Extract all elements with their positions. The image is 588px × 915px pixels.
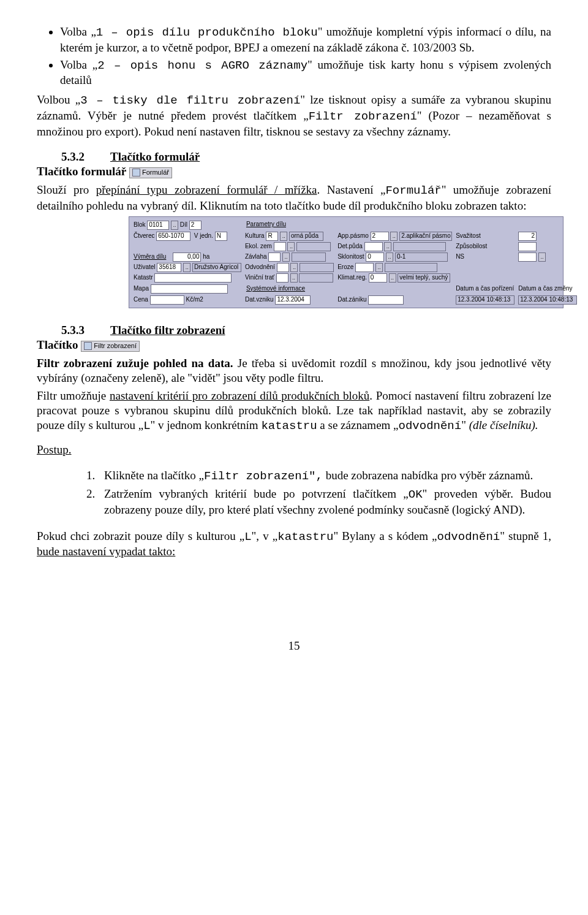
uzivatel-field[interactable]: 35618 bbox=[157, 263, 181, 272]
vymera-field[interactable]: 0,00 bbox=[173, 252, 201, 262]
heading-5-3-2: 5.3.2Tlačítko formulář bbox=[37, 150, 551, 164]
zavlaha-label: Závlaha bbox=[245, 253, 267, 260]
dropdown-icon[interactable]: .. bbox=[390, 232, 398, 241]
ns-label: NS bbox=[456, 253, 464, 260]
dropdown-icon[interactable]: .. bbox=[389, 273, 396, 283]
kultura-label: Kultura bbox=[245, 232, 265, 239]
step-1: Klikněte na tlačítko „Filtr zobrazení", … bbox=[98, 468, 551, 484]
app-field[interactable]: 2 bbox=[371, 232, 389, 241]
dropdown-icon[interactable]: .. bbox=[384, 242, 391, 251]
odvodneni-field[interactable] bbox=[277, 263, 289, 272]
bullet-item-2: Volba „2 – opis honu s AGRO záznamy" umo… bbox=[60, 58, 551, 88]
zavlaha-text bbox=[292, 252, 326, 262]
blok-field[interactable]: 0101 bbox=[147, 221, 169, 230]
postup-label: Postup. bbox=[37, 442, 551, 457]
page-number: 15 bbox=[37, 639, 551, 653]
step-2: Zatržením vybraných kritérií bude po pot… bbox=[98, 487, 551, 517]
datzan-field[interactable] bbox=[368, 295, 404, 305]
kultura-field[interactable]: R bbox=[266, 232, 278, 241]
datvz-label: Dat.vzniku bbox=[245, 297, 274, 303]
ha-label: ha bbox=[203, 253, 209, 260]
bullet-list: Volba „1 – opis dílu produkčního bloku" … bbox=[37, 25, 551, 88]
text: Zatržením vybraných kritérií bude po pot… bbox=[104, 487, 409, 500]
det-text bbox=[393, 242, 446, 251]
dropdown-icon[interactable]: .. bbox=[171, 221, 178, 230]
heading-number: 5.3.3 bbox=[61, 323, 110, 338]
dropdown-icon[interactable]: .. bbox=[386, 252, 393, 262]
paragraph: Filtr umožňuje nastavení kritérií pro zo… bbox=[37, 389, 551, 433]
paragraph: Pokud chci zobrazit pouze díly s kulturo… bbox=[37, 529, 551, 560]
datvz-field[interactable]: 12.3.2004 bbox=[275, 295, 311, 305]
dropdown-icon[interactable]: .. bbox=[538, 252, 546, 262]
cena-label: Cena bbox=[134, 297, 148, 303]
heading-text: Tlačítko filtr zobrazení bbox=[110, 324, 225, 336]
dropdown-icon[interactable]: .. bbox=[282, 252, 290, 262]
det-label: Det.půda bbox=[337, 243, 363, 249]
svaz-field[interactable]: 2 bbox=[518, 232, 537, 241]
sub-label: Tlačítko bbox=[37, 338, 78, 351]
mono-text: katastru bbox=[277, 530, 333, 544]
formular-button[interactable]: Formulář bbox=[129, 167, 172, 178]
datzm-label: Datum a čas změny bbox=[518, 285, 572, 292]
paragraph: Filtr zobrazení zužuje pohled na data. J… bbox=[37, 356, 551, 385]
heading-5-3-3: 5.3.3Tlačítko filtr zobrazení bbox=[37, 323, 551, 338]
det-field[interactable] bbox=[364, 242, 383, 251]
italic-text: (dle číselníku). bbox=[469, 419, 538, 431]
mono-text: L bbox=[244, 530, 251, 544]
dil-field[interactable]: 2 bbox=[189, 221, 202, 230]
section-title-sys: Systémové informace bbox=[246, 285, 452, 293]
mono-text: odvodnění bbox=[399, 419, 462, 433]
ns-field[interactable] bbox=[518, 252, 537, 262]
bullet-item-1: Volba „1 – opis dílu produkčního bloku" … bbox=[60, 25, 551, 55]
ctverec-field[interactable]: 650-1070 bbox=[156, 232, 190, 241]
zavlaha-field[interactable] bbox=[268, 252, 281, 262]
paragraph: Slouží pro přepínání typu zobrazení form… bbox=[37, 183, 551, 213]
vinic-label: Viniční trať bbox=[245, 274, 274, 281]
mapa-field[interactable] bbox=[151, 284, 228, 294]
dropdown-icon[interactable]: .. bbox=[183, 263, 190, 272]
form-header-row: Blok 0101 .. Díl 2 Parametry dílu Čtvere… bbox=[132, 219, 579, 305]
vinic-field[interactable] bbox=[276, 273, 288, 283]
sub-label: Tlačítko formulář bbox=[37, 165, 126, 178]
sklon-text: 0-1 bbox=[395, 252, 448, 262]
ekol-text bbox=[296, 242, 331, 251]
text: Filtr umožňuje bbox=[37, 389, 110, 402]
filtr-button[interactable]: Filtr zobrazení bbox=[81, 341, 140, 352]
klimat-field[interactable]: 0 bbox=[369, 273, 387, 283]
text: bude zobrazena nabídka pro výběr záznamů… bbox=[323, 469, 533, 482]
kultura-text: orná půda bbox=[289, 232, 323, 241]
dropdown-icon[interactable]: .. bbox=[290, 263, 298, 272]
mono-text: 3 – tisky dle filtru zobrazení bbox=[80, 94, 300, 107]
eroze-field[interactable] bbox=[355, 263, 374, 272]
datzan-label: Dat.zániku bbox=[337, 297, 366, 303]
zpus-field[interactable] bbox=[518, 242, 537, 251]
ctverec-label: Čtverec bbox=[134, 232, 154, 239]
section-title-params: Parametry dílu bbox=[246, 221, 577, 229]
uzivatel-text: Družstvo Agricol bbox=[192, 263, 241, 272]
odvodneni-text bbox=[300, 263, 334, 272]
ekol-field[interactable] bbox=[274, 242, 286, 251]
dropdown-icon[interactable]: .. bbox=[375, 263, 383, 272]
datzm-field: 12.3.2004 10:48:13 bbox=[518, 295, 577, 305]
text: Volba „ bbox=[60, 58, 97, 71]
katastr-field[interactable] bbox=[154, 273, 232, 283]
paragraph: Volbou „3 – tisky dle filtru zobrazení" … bbox=[37, 93, 551, 139]
cena-field[interactable] bbox=[150, 295, 184, 305]
mapa-label: Mapa bbox=[134, 285, 149, 292]
dropdown-icon[interactable]: .. bbox=[287, 242, 295, 251]
datpor-label: Datum a čas pořízení bbox=[456, 285, 514, 292]
vjedn-label: V jedn. bbox=[194, 232, 213, 239]
sklon-field[interactable]: 0 bbox=[366, 252, 384, 262]
dropdown-icon[interactable]: .. bbox=[280, 232, 287, 241]
button-label: Filtr zobrazení bbox=[94, 342, 137, 349]
eroze-text bbox=[385, 263, 437, 272]
bold-text: Filtr zobrazení zužuje pohled na data. bbox=[37, 357, 233, 370]
datpor-field: 12.3.2004 10:48:13 bbox=[456, 295, 514, 305]
dropdown-icon[interactable]: .. bbox=[290, 273, 298, 283]
underline-text: nastavení kritérií pro zobrazení dílů pr… bbox=[110, 389, 369, 402]
vjedn-field[interactable]: N bbox=[215, 232, 227, 241]
form-panel: Blok 0101 .. Díl 2 Parametry dílu Čtvere… bbox=[129, 216, 564, 308]
underline-text: přepínání typu zobrazení formulář / mříž… bbox=[96, 183, 317, 196]
heading-number: 5.3.2 bbox=[61, 150, 110, 164]
text: ", v „ bbox=[252, 530, 278, 542]
